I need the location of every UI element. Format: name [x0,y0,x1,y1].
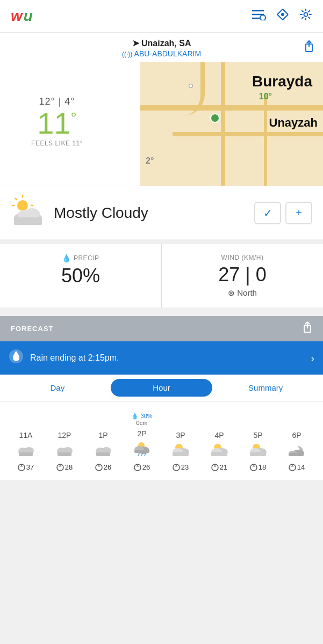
hour-icon-3p [171,443,190,460]
header-actions [252,8,312,24]
hour-col-12p: 12P 28 [45,412,84,471]
hour-col-4p: 4P 21 [200,412,239,471]
hour-col-11a: 11A 37 [6,412,45,471]
search-icon[interactable] [252,9,266,24]
svg-point-10 [304,13,308,17]
hour-label-11a: 11A [19,431,33,440]
svg-marker-70 [214,465,216,467]
mostly-cloudy-icon [11,195,45,225]
location-share-button[interactable] [304,40,314,56]
svg-point-3 [260,15,265,20]
hour-col-3p: 3P 23 [161,412,200,471]
condition-check-button[interactable]: ✓ [254,202,281,224]
svg-line-55 [141,453,142,456]
hour-label-3p: 3P [176,431,185,440]
temp-current: 11° [37,108,77,138]
hourly-row: 11A 37 12P 28 [0,410,323,471]
hour-wind-2p: 26 [134,463,150,471]
precip-stat: 💧 PRECIP 50% [0,244,161,308]
condition-plus-button[interactable]: + [285,202,312,224]
hour-icon-11a [17,443,34,460]
condition-text: Mostly Cloudy [54,204,246,222]
hour-icon-4p [210,443,228,460]
rain-alert-text: Rain ending at 2:15pm. [30,353,304,363]
hour-wind-5p: 18 [250,463,266,471]
hour-wind-4p: 21 [211,463,227,471]
temp-separator: | [59,96,65,107]
svg-marker-49 [98,465,100,467]
app-logo: wu [11,8,33,25]
svg-marker-81 [291,465,293,467]
svg-rect-27 [14,217,42,225]
condition-icon [11,195,45,231]
stats-section: 💧 PRECIP 50% WIND (KM/H) 27 | 0 ⊗ North [0,244,323,308]
hour-col-1p: 1P 26 [84,412,123,471]
hour-label-5p: 5P [253,431,262,440]
svg-rect-35 [19,452,33,456]
hour-wind-12p: 28 [56,463,73,471]
svg-marker-43 [59,465,61,467]
svg-rect-62 [173,452,189,456]
location-arrow-icon: ➤ [132,39,139,48]
map-dot-unayzah [210,113,220,123]
svg-line-20 [16,199,17,200]
hour-col-6p: 6P 14 [277,412,316,471]
precip-icon: 💧 [62,254,71,262]
rain-drop-icon [9,349,24,367]
location-name: ➤ Unaizah, SA [9,38,314,48]
hour-icon-6p [288,443,306,460]
forecast-share-button[interactable] [303,321,312,336]
feels-like: FEELS LIKE 11° [31,140,83,147]
svg-marker-37 [20,465,23,467]
precip-cm-2p: 0cm [137,420,148,426]
location-icon[interactable] [277,9,289,24]
tab-hour[interactable]: Hour [111,379,213,397]
hour-wind-11a: 37 [18,463,34,471]
wind-dir-icon: ⊗ [228,288,235,297]
rain-alert[interactable]: Rain ending at 2:15pm. › [0,341,323,375]
logo-w: w [11,8,23,25]
hour-col-5p: 5P 18 [239,412,277,471]
svg-rect-74 [250,452,266,456]
settings-icon[interactable] [299,8,312,24]
hour-wind-1p: 26 [95,463,111,471]
temperature-circle: 12° | 4° 11° FEELS LIKE 11° [9,73,105,170]
map-temp-burayda: 10° [259,92,272,101]
map-background: Burayda 10° Unayzah 2° [140,62,323,186]
tab-day[interactable]: Day [6,379,109,397]
map-dot-small [189,84,193,88]
precip-pct-2p: 💧 30% [131,413,152,420]
hour-label-4p: 4P [214,431,224,440]
wind-value: 27 | 0 [173,264,312,286]
svg-rect-53 [134,450,149,453]
forecast-header: FORECAST [0,316,323,341]
hour-label-2p: 2P [137,429,146,438]
hour-icon-1p [95,443,112,460]
temp-low: 4° [64,96,75,107]
forecast-tabs: Day Hour Summary [0,375,323,401]
hour-icon-5p [249,443,267,460]
map-temp-left: 2° [146,156,154,166]
svg-marker-64 [175,465,177,467]
svg-point-9 [281,13,284,16]
weather-main: Burayda 10° Unayzah 2° 12° | 4° 11° FEEL… [0,62,323,186]
svg-rect-68 [211,452,227,456]
tab-summary[interactable]: Summary [214,379,317,397]
wind-direction: ⊗ North [173,288,312,298]
condition-actions: ✓ + [254,202,312,224]
hour-icon-2p [133,441,151,460]
svg-point-15 [17,200,28,211]
hour-col-2p: 💧 30% 0cm 2P 26 [123,410,161,471]
map-label-unayzah: Unayzah [269,116,318,130]
wind-stat: WIND (KM/H) 27 | 0 ⊗ North [161,244,323,308]
precip-label: 💧 PRECIP [11,254,150,262]
hour-label-12p: 12P [58,431,71,440]
map-label-burayda: Burayda [252,73,312,90]
hour-precip-2p: 💧 30% 0cm [131,410,152,426]
precip-value: 50% [11,265,150,287]
svg-rect-79 [289,453,304,456]
hour-wind-6p: 14 [289,463,305,471]
station-name: ABU-ABDULKARIM [9,49,314,58]
wind-label: WIND (KM/H) [173,254,312,261]
hour-icon-12p [56,443,73,460]
